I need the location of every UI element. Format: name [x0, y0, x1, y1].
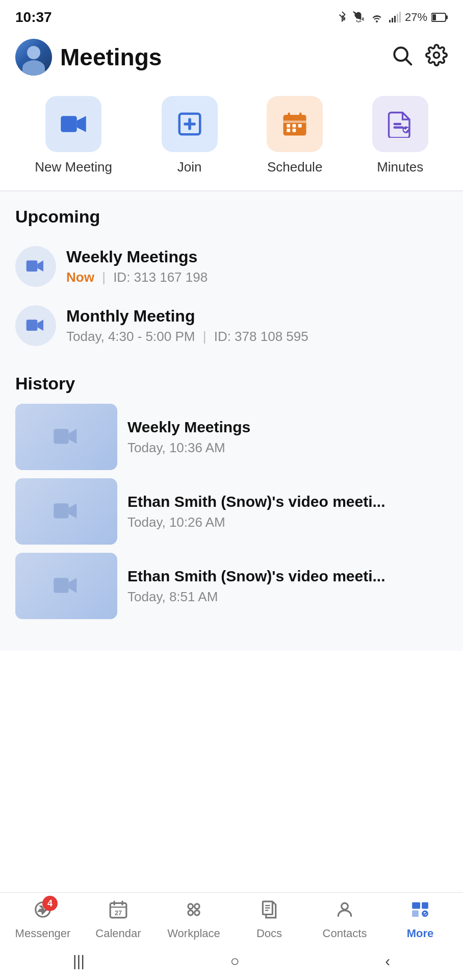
schedule-icon-box [267, 96, 323, 152]
docs-label: Docs [256, 927, 282, 940]
history-item-1[interactable]: Weekly Meetings Today, 10:36 AM [15, 404, 448, 470]
svg-point-47 [188, 911, 193, 916]
history-info-2: Ethan Smith (Snow)'s video meeti... Toda… [127, 493, 385, 530]
video-icon-2 [25, 315, 46, 336]
header: Meetings [0, 31, 463, 86]
more-icon [410, 900, 430, 924]
new-meeting-action[interactable]: New Meeting [35, 96, 112, 175]
upcoming-sub-2: Today, 4:30 - 5:00 PM | ID: 378 108 595 [66, 329, 308, 345]
minutes-icon [387, 110, 414, 138]
video-icon [25, 256, 46, 277]
back-button[interactable]: ‹ [385, 952, 390, 970]
svg-rect-5 [397, 14, 398, 22]
nav-item-workplace[interactable]: Workplace [166, 900, 222, 940]
history-item-3[interactable]: Ethan Smith (Snow)'s video meeti... Toda… [15, 553, 448, 619]
contacts-label: Contacts [323, 927, 367, 940]
avatar[interactable] [15, 39, 52, 76]
header-left: Meetings [15, 39, 162, 76]
now-label: Now [66, 270, 94, 285]
svg-rect-9 [446, 15, 448, 19]
svg-rect-23 [293, 124, 296, 128]
video-camera-icon [60, 110, 87, 138]
nav-item-calendar[interactable]: 27 Calendar [90, 900, 146, 940]
avatar-image [15, 39, 52, 76]
home-button[interactable]: ○ [230, 952, 240, 970]
history-thumb-1 [15, 404, 117, 470]
more-label: More [407, 927, 434, 940]
wifi-icon [369, 11, 384, 23]
svg-rect-22 [287, 124, 290, 128]
upcoming-list: Weekly Meetings Now | ID: 313 167 198 Mo… [15, 237, 448, 355]
workplace-label: Workplace [167, 927, 220, 940]
battery-text: 27% [405, 11, 427, 24]
bluetooth-icon [337, 10, 348, 24]
upcoming-sub-1: Now | ID: 313 167 198 [66, 270, 208, 285]
join-icon-box [162, 96, 218, 152]
nav-item-docs[interactable]: Docs [241, 900, 297, 940]
svg-point-12 [434, 52, 440, 58]
svg-marker-35 [69, 429, 77, 444]
meeting-time-2: Today, 4:30 - 5:00 PM [66, 329, 195, 344]
new-meeting-label: New Meeting [35, 159, 112, 175]
svg-rect-8 [432, 14, 436, 20]
search-icon[interactable] [391, 44, 413, 71]
svg-marker-33 [37, 320, 43, 331]
battery-icon [431, 12, 448, 22]
messenger-badge: 4 [42, 896, 58, 911]
svg-point-48 [195, 911, 200, 916]
upcoming-item[interactable]: Weekly Meetings Now | ID: 313 167 198 [15, 237, 448, 296]
svg-rect-32 [27, 320, 38, 331]
history-video-icon-1 [53, 423, 80, 451]
mute-icon [352, 11, 365, 24]
schedule-action[interactable]: Schedule [267, 96, 323, 175]
nav-item-messenger[interactable]: 4 Messenger [15, 900, 71, 940]
signal-icon [389, 11, 401, 23]
history-meeting-name-3: Ethan Smith (Snow)'s video meeti... [127, 568, 385, 585]
quick-actions: New Meeting Join [0, 86, 463, 191]
svg-rect-55 [422, 902, 428, 909]
svg-rect-34 [54, 429, 68, 444]
bottom-nav: 4 Messenger 27 Calendar [0, 892, 463, 980]
join-label: Join [177, 159, 202, 175]
history-time-1: Today, 10:36 AM [127, 440, 250, 456]
meeting-id-2: ID: 378 108 595 [214, 329, 308, 344]
history-list: Weekly Meetings Today, 10:36 AM Ethan Sm… [15, 404, 448, 619]
history-video-icon-3 [53, 572, 80, 600]
nav-item-contacts[interactable]: Contacts [317, 900, 373, 940]
history-meeting-name-1: Weekly Meetings [127, 419, 250, 436]
upcoming-meeting-name-2: Monthly Meeting [66, 307, 308, 326]
status-icons: 27% [337, 10, 448, 24]
messenger-icon: 4 [33, 900, 53, 924]
status-bar: 10:37 27% [0, 0, 463, 31]
settings-icon[interactable] [425, 44, 448, 71]
svg-rect-21 [284, 120, 306, 123]
svg-rect-36 [54, 503, 68, 518]
upcoming-info-1: Weekly Meetings Now | ID: 313 167 198 [66, 248, 208, 285]
upcoming-info-2: Monthly Meeting Today, 4:30 - 5:00 PM | … [66, 307, 308, 345]
history-info-3: Ethan Smith (Snow)'s video meeti... Toda… [127, 568, 385, 605]
nav-item-more[interactable]: More [392, 900, 448, 940]
history-item-2[interactable]: Ethan Smith (Snow)'s video meeti... Toda… [15, 478, 448, 545]
svg-rect-4 [394, 16, 396, 22]
svg-marker-39 [69, 578, 77, 593]
svg-text:27: 27 [115, 910, 122, 917]
svg-rect-3 [392, 18, 393, 22]
svg-point-46 [195, 904, 200, 909]
divider-1: | [102, 270, 106, 285]
svg-marker-37 [69, 503, 77, 518]
minutes-action[interactable]: Minutes [372, 96, 428, 175]
join-action[interactable]: Join [162, 96, 218, 175]
upcoming-section-title: Upcoming [15, 207, 448, 227]
svg-rect-6 [399, 12, 401, 22]
upcoming-item-2[interactable]: Monthly Meeting Today, 4:30 - 5:00 PM | … [15, 296, 448, 355]
divider-2: | [203, 329, 207, 344]
history-video-icon-2 [53, 498, 80, 525]
svg-marker-31 [37, 260, 43, 272]
recent-apps-button[interactable]: ||| [73, 952, 85, 970]
history-thumb-3 [15, 553, 117, 619]
workplace-icon [184, 900, 203, 924]
svg-line-11 [406, 59, 411, 64]
meeting-id-1: ID: 313 167 198 [113, 270, 208, 285]
upcoming-icon-2 [15, 305, 56, 346]
join-icon [176, 110, 203, 138]
